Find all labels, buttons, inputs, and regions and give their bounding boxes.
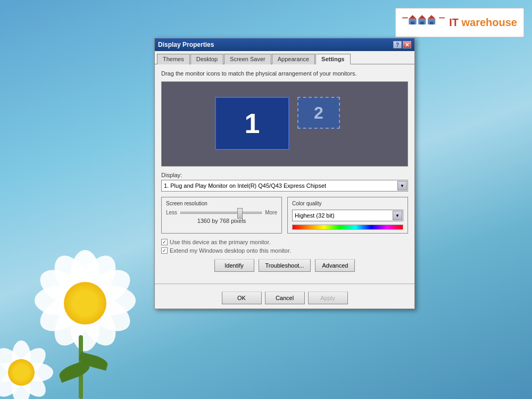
primary-monitor-checkbox-row: ✓ Use this device as the primary monitor… <box>161 239 408 245</box>
flower2-decoration <box>0 340 53 399</box>
settings-panels-row: Screen resolution Less More 1360 by 768 … <box>161 197 408 234</box>
color-quality-label: Color quality <box>292 201 403 206</box>
primary-monitor-checkbox[interactable]: ✓ <box>161 239 168 245</box>
dialog-divider <box>155 284 414 284</box>
display-dropdown-row: 1. Plug and Play Monitor on Intel(R) Q45… <box>161 180 408 192</box>
resolution-slider-track <box>180 212 262 214</box>
display-properties-dialog: Display Properties ? ✕ Themes Desktop Sc… <box>154 37 415 309</box>
color-dropdown-wrapper: Highest (32 bit) ▼ <box>292 210 403 221</box>
dialog-title: Display Properties <box>158 41 214 48</box>
more-label: More <box>265 210 277 215</box>
action-buttons-row: Identify Troubleshoot... Advanced <box>161 259 408 272</box>
color-bar <box>292 225 403 230</box>
svg-marker-3 <box>409 15 417 19</box>
extend-desktop-checkbox-row: ✓ Extend my Windows desktop onto this mo… <box>161 247 408 254</box>
logo-warehouse-text: warehouse <box>459 16 517 28</box>
display-dropdown-wrapper: 1. Plug and Play Monitor on Intel(R) Q45… <box>161 180 408 192</box>
color-quality-dropdown[interactable]: Highest (32 bit) <box>292 210 403 221</box>
screen-resolution-panel: Screen resolution Less More 1360 by 768 … <box>161 197 282 234</box>
display-dropdown[interactable]: 1. Plug and Play Monitor on Intel(R) Q45… <box>161 180 408 192</box>
monitor-1-icon[interactable]: 1 <box>215 97 289 150</box>
identify-button[interactable]: Identify <box>214 259 254 272</box>
apply-button[interactable]: Apply <box>308 292 348 304</box>
dialog-content: Drag the monitor icons to match the phys… <box>155 64 414 279</box>
close-button[interactable]: ✕ <box>403 41 411 48</box>
logo-container: IT warehouse <box>395 8 524 37</box>
color-quality-panel: Color quality Highest (32 bit) ▼ <box>287 197 408 234</box>
logo-text: IT warehouse <box>449 16 517 29</box>
ok-button[interactable]: OK <box>222 292 262 304</box>
desktop: IT warehouse Display Properties ? ✕ Them… <box>0 0 532 399</box>
tab-themes[interactable]: Themes <box>157 54 190 64</box>
slider-row: Less More <box>166 210 277 215</box>
titlebar-buttons: ? ✕ <box>393 41 411 48</box>
resolution-text: 1360 by 768 pixels <box>166 218 277 224</box>
tab-appearance[interactable]: Appearance <box>272 54 315 64</box>
primary-monitor-label: Use this device as the primary monitor. <box>170 239 271 245</box>
logo-it-text: IT <box>449 16 459 28</box>
tab-screensaver[interactable]: Screen Saver <box>224 54 271 64</box>
resolution-slider-thumb[interactable] <box>237 208 243 219</box>
tab-strip: Themes Desktop Screen Saver Appearance S… <box>155 51 414 64</box>
extend-desktop-checkbox[interactable]: ✓ <box>161 247 168 254</box>
svg-marker-9 <box>428 15 435 19</box>
tab-desktop[interactable]: Desktop <box>190 54 223 64</box>
svg-rect-10 <box>430 22 434 24</box>
extend-desktop-label: Extend my Windows desktop onto this moni… <box>170 247 291 254</box>
drag-instruction: Drag the monitor icons to match the phys… <box>161 70 408 77</box>
troubleshoot-button[interactable]: Troubleshoot... <box>259 259 311 272</box>
svg-rect-4 <box>411 22 414 24</box>
monitor-preview-area: 1 2 <box>161 81 408 167</box>
less-label: Less <box>166 210 177 215</box>
svg-marker-6 <box>418 15 426 19</box>
screen-resolution-label: Screen resolution <box>166 201 277 206</box>
monitor-2-icon[interactable]: 2 <box>297 97 340 129</box>
ok-cancel-apply-row: OK Cancel Apply <box>155 288 414 309</box>
logo-graphic <box>402 13 445 32</box>
dialog-titlebar: Display Properties ? ✕ <box>155 38 414 51</box>
advanced-button[interactable]: Advanced <box>315 259 355 272</box>
svg-rect-7 <box>420 22 424 24</box>
tab-settings[interactable]: Settings <box>315 54 350 64</box>
cancel-button[interactable]: Cancel <box>265 292 305 304</box>
display-label: Display: <box>161 172 408 178</box>
help-button[interactable]: ? <box>393 41 402 48</box>
